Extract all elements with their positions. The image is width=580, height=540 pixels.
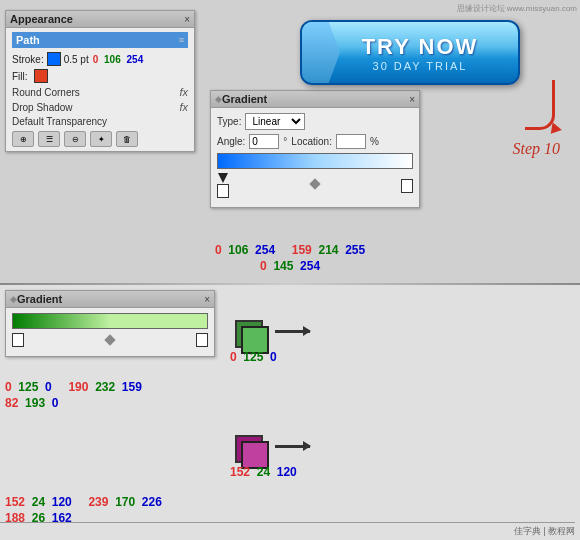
stroke-b: 254 [127, 54, 144, 65]
rgb-labels-purple: 152 24 120 239 170 226 188 26 162 [5, 495, 162, 525]
slider-thumb-left-green[interactable] [12, 333, 24, 347]
g2: 214 [318, 243, 338, 257]
drop-shadow-fx[interactable]: fx [179, 101, 188, 113]
gradient-slider-row-green [12, 333, 208, 347]
gradient-close-green[interactable]: × [204, 294, 210, 305]
gradient-slider-row [217, 173, 413, 198]
round-corners-row: Round Corners fx [12, 86, 188, 98]
appearance-titlebar[interactable]: Appearance × [6, 11, 194, 28]
arrow-head [546, 122, 562, 137]
appearance-panel: Appearance × Path ≡ Stroke: 0.5 pt 0 106… [5, 10, 195, 152]
slider-thumb-right[interactable] [401, 179, 413, 193]
g3: 145 [273, 259, 293, 273]
drop-shadow-label: Drop Shadow [12, 102, 73, 113]
rgb-row1-green: 0 125 0 190 232 159 [5, 380, 142, 394]
angle-label: Angle: [217, 136, 245, 147]
bottom-section: ◆ Gradient × 0 125 0 [0, 285, 580, 540]
degree-symbol: ° [283, 136, 287, 147]
gradient-body-top: Type: Linear Radial Angle: ° Location: % [211, 108, 419, 207]
try-button-blue[interactable]: TRY NOW 30 DAY TRIAL [300, 20, 520, 85]
rpr1: 152 [230, 465, 250, 479]
r2: 159 [292, 243, 312, 257]
b2: 255 [345, 243, 365, 257]
gradient-bar-green [12, 313, 208, 329]
angle-input[interactable] [249, 134, 279, 149]
round-corners-fx[interactable]: fx [179, 86, 188, 98]
stroke-r: 0 [93, 54, 99, 65]
gradient-diamond-icon: ◆ [215, 94, 222, 104]
rgr1: 0 [230, 350, 237, 364]
gradient-panel-green: ◆ Gradient × [5, 290, 215, 357]
drop-shadow-row: Drop Shadow fx [12, 101, 188, 113]
panel-icon-1[interactable]: ⊕ [12, 131, 34, 147]
slider-diamond-green[interactable] [104, 334, 115, 345]
try-btn-inner-blue: TRY NOW 30 DAY TRIAL [362, 34, 479, 72]
appearance-title: Appearance [10, 13, 73, 25]
gradient-close-top[interactable]: × [409, 94, 415, 105]
rp2: 239 [88, 495, 108, 509]
slider-right [401, 179, 413, 193]
rgb-labels-top: 0 106 254 159 214 255 0 145 254 [215, 243, 365, 273]
slider-arrow-left[interactable] [218, 173, 228, 183]
watermark: 思缘设计论坛 www.missyuan.com [457, 3, 577, 14]
stroke-value: 0.5 pt [64, 54, 89, 65]
appearance-body: Path ≡ Stroke: 0.5 pt 0 106 254 Fill: Ro… [6, 28, 194, 151]
type-label: Type: [217, 116, 241, 127]
rgb-right-purple: 152 24 120 [230, 465, 297, 479]
panel-icon-2[interactable]: ☰ [38, 131, 60, 147]
appearance-close[interactable]: × [184, 14, 190, 25]
fill-label: Fill: [12, 71, 28, 82]
fill-color-swatch[interactable] [34, 69, 48, 83]
bg2: 159 [122, 380, 142, 394]
gradient-bar-blue [217, 153, 413, 169]
gradient-titlebar-green[interactable]: ◆ Gradient × [6, 291, 214, 308]
gg1: 125 [18, 380, 38, 394]
panel-icon-4[interactable]: ✦ [90, 131, 112, 147]
gradient-titlebar-top[interactable]: ◆ Gradient × [211, 91, 419, 108]
stroke-g: 106 [104, 54, 121, 65]
slider-mid-green [106, 336, 114, 344]
round-corners-label: Round Corners [12, 87, 80, 98]
footer-text: 佳字典 | 教程网 [514, 526, 575, 536]
slider-thumb-right-green[interactable] [196, 333, 208, 347]
try-now-text-blue: TRY NOW [362, 34, 479, 60]
rgb-right-green: 0 125 0 [230, 350, 277, 364]
gradient-title-green: Gradient [17, 293, 62, 305]
rgr3: 0 [270, 350, 277, 364]
rgr2: 125 [243, 350, 263, 364]
step-label: Step 10 [512, 140, 560, 158]
default-transparency-label: Default Transparency [12, 116, 107, 127]
slider-diamond-mid[interactable] [309, 178, 320, 189]
panel-icon-3[interactable]: ⊖ [64, 131, 86, 147]
location-input[interactable] [336, 134, 366, 149]
gp1: 24 [32, 495, 45, 509]
bp2: 226 [142, 495, 162, 509]
path-label: Path [16, 34, 40, 46]
slider-right-green [196, 333, 208, 347]
location-label: Location: [291, 136, 332, 147]
panel-icons-row: ⊕ ☰ ⊖ ✦ 🗑 [12, 131, 188, 147]
arrow-head-purple [303, 441, 311, 451]
rg3: 82 [5, 396, 18, 410]
b3: 254 [300, 259, 320, 273]
slider-thumb-left[interactable] [217, 184, 229, 198]
gradient-diamond-green: ◆ [10, 294, 17, 304]
rgb-row1-purple: 152 24 120 239 170 226 [5, 495, 162, 509]
step-arrow [525, 80, 555, 130]
stroke-label: Stroke: [12, 54, 44, 65]
path-menu-icon: ≡ [179, 35, 184, 45]
default-transparency-row: Default Transparency [12, 116, 188, 127]
stroke-color-swatch[interactable] [47, 52, 61, 66]
arrow-purple [275, 445, 310, 448]
rpr2: 24 [257, 465, 270, 479]
type-select[interactable]: Linear Radial [245, 113, 305, 130]
rpr3: 120 [277, 465, 297, 479]
panel-icon-5[interactable]: 🗑 [116, 131, 138, 147]
path-row: Path ≡ [12, 32, 188, 48]
rp1: 152 [5, 495, 25, 509]
r3: 0 [260, 259, 267, 273]
rgb-row2-top: 0 145 254 [215, 259, 365, 273]
type-row: Type: Linear Radial [217, 113, 413, 130]
rg2: 190 [68, 380, 88, 394]
fill-row: Fill: [12, 69, 188, 83]
